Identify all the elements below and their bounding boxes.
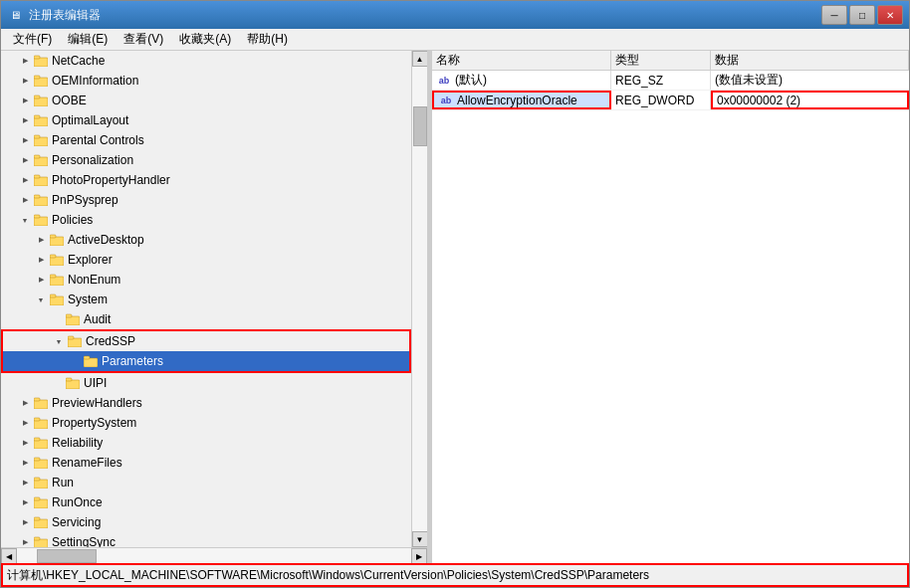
tree-item[interactable]: Personalization <box>1 150 411 170</box>
tree-item[interactable]: PropertySystem <box>1 413 411 433</box>
tree-expander-icon[interactable] <box>17 212 33 228</box>
credssp-highlight-box: CredSSP Parameters <box>1 329 411 373</box>
scroll-thumb[interactable] <box>413 106 427 146</box>
tree-container: NetCache OEMInformation OOBE OptimalLayo… <box>1 51 411 547</box>
svg-rect-45 <box>34 497 40 500</box>
tree-item-label: PropertySystem <box>52 416 136 430</box>
tree-item[interactable]: CredSSP <box>3 331 409 351</box>
tree-expander-icon[interactable] <box>17 395 33 411</box>
minimize-button[interactable]: ─ <box>821 5 847 25</box>
tree-item[interactable]: PreviewHandlers <box>1 393 411 413</box>
scroll-up-button[interactable]: ▲ <box>412 51 428 67</box>
tree-expander-icon[interactable] <box>17 53 33 69</box>
menu-file[interactable]: 文件(F) <box>5 29 60 50</box>
tree-item[interactable]: SettingSync <box>1 532 411 547</box>
tree-expander-icon[interactable] <box>17 494 33 510</box>
tree-expander-icon[interactable] <box>17 435 33 451</box>
tree-item-label: Explorer <box>68 253 113 267</box>
tree-expander-icon[interactable] <box>33 232 49 248</box>
tree-item[interactable]: Servicing <box>1 512 411 532</box>
tree-expander-icon[interactable] <box>17 514 33 530</box>
tree-item[interactable]: Policies <box>1 210 411 230</box>
tree-expander-icon[interactable] <box>49 375 65 391</box>
values-header: 名称 类型 数据 <box>432 51 909 71</box>
value-type-allow-encryption: REG_DWORD <box>611 91 711 109</box>
tree-item[interactable]: ActiveDesktop <box>1 230 411 250</box>
tree-vertical-scrollbar[interactable]: ▲ ▼ <box>411 51 427 547</box>
tree-expander-icon[interactable] <box>17 112 33 128</box>
menu-edit[interactable]: 编辑(E) <box>60 29 115 50</box>
tree-expander-icon[interactable] <box>17 415 33 431</box>
svg-rect-39 <box>34 438 40 441</box>
tree-expander-icon[interactable] <box>17 152 33 168</box>
svg-rect-30 <box>84 358 98 367</box>
table-row[interactable]: ab (默认) REG_SZ (数值未设置) <box>432 71 909 91</box>
tree-item[interactable]: OptimalLayout <box>1 110 411 130</box>
tree-item[interactable]: NetCache <box>1 51 411 71</box>
svg-rect-18 <box>50 237 64 246</box>
svg-rect-2 <box>34 78 48 87</box>
tree-item[interactable]: RenameFiles <box>1 453 411 473</box>
svg-rect-34 <box>34 400 48 409</box>
tree-item[interactable]: Audit <box>1 309 411 329</box>
tree-expander-icon[interactable] <box>17 455 33 471</box>
tree-horizontal-scrollbar[interactable]: ◀ ▶ <box>1 547 427 563</box>
tree-expander-icon[interactable] <box>51 333 67 349</box>
table-row[interactable]: ab AllowEncryptionOracle REG_DWORD 0x000… <box>432 91 909 110</box>
tree-item[interactable]: OEMInformation <box>1 71 411 91</box>
tree-item[interactable]: PhotoPropertyHandler <box>1 170 411 190</box>
tree-expander-icon[interactable] <box>33 272 49 288</box>
folder-icon <box>49 292 65 307</box>
svg-rect-0 <box>34 58 48 67</box>
tree-item[interactable]: Explorer <box>1 250 411 270</box>
svg-rect-41 <box>34 458 40 461</box>
svg-rect-8 <box>34 137 48 146</box>
column-header-data: 数据 <box>711 51 909 70</box>
tree-expander-icon[interactable] <box>17 534 33 547</box>
tree-expander-icon[interactable] <box>17 73 33 89</box>
svg-rect-33 <box>66 378 72 381</box>
tree-item[interactable]: Reliability <box>1 433 411 453</box>
tree-expander-icon[interactable] <box>49 311 65 327</box>
tree-item[interactable]: RunOnce <box>1 492 411 512</box>
scroll-down-button[interactable]: ▼ <box>412 531 428 547</box>
hscroll-right-button[interactable]: ▶ <box>411 548 427 563</box>
tree-expander-icon[interactable] <box>67 353 83 369</box>
svg-rect-25 <box>50 294 56 297</box>
tree-item[interactable]: Parameters <box>3 351 409 371</box>
svg-rect-1 <box>34 56 40 59</box>
tree-panel: NetCache OEMInformation OOBE OptimalLayo… <box>1 51 429 563</box>
tree-item[interactable]: NonEnum <box>1 270 411 290</box>
menu-help[interactable]: 帮助(H) <box>239 29 296 50</box>
tree-expander-icon[interactable] <box>17 132 33 148</box>
value-type-default: REG_SZ <box>611 71 711 90</box>
tree-expander-icon[interactable] <box>33 252 49 268</box>
hscroll-left-button[interactable]: ◀ <box>1 548 17 563</box>
folder-icon <box>33 534 49 547</box>
tree-expander-icon[interactable] <box>17 172 33 188</box>
svg-rect-44 <box>34 499 48 508</box>
tree-item[interactable]: System <box>1 290 411 309</box>
menu-view[interactable]: 查看(V) <box>115 29 171 50</box>
svg-rect-9 <box>34 135 40 138</box>
hscroll-thumb[interactable] <box>37 549 97 563</box>
tree-item-label: PreviewHandlers <box>52 396 142 410</box>
tree-item-label: Policies <box>52 213 93 227</box>
tree-expander-icon[interactable] <box>33 292 49 307</box>
tree-item[interactable]: PnPSysprep <box>1 190 411 210</box>
close-button[interactable]: ✕ <box>877 5 903 25</box>
tree-item[interactable]: OOBE <box>1 91 411 110</box>
tree-item-label: NonEnum <box>68 273 120 287</box>
tree-item[interactable]: UIPI <box>1 373 411 393</box>
tree-expander-icon[interactable] <box>17 475 33 490</box>
folder-icon <box>33 192 49 208</box>
maximize-button[interactable]: □ <box>849 5 875 25</box>
menu-favorites[interactable]: 收藏夹(A) <box>171 29 239 50</box>
tree-item[interactable]: Parental Controls <box>1 130 411 150</box>
svg-rect-47 <box>34 517 40 520</box>
tree-item[interactable]: Run <box>1 473 411 492</box>
svg-rect-28 <box>68 338 82 347</box>
tree-expander-icon[interactable] <box>17 192 33 208</box>
svg-rect-31 <box>84 356 90 359</box>
tree-expander-icon[interactable] <box>17 93 33 108</box>
